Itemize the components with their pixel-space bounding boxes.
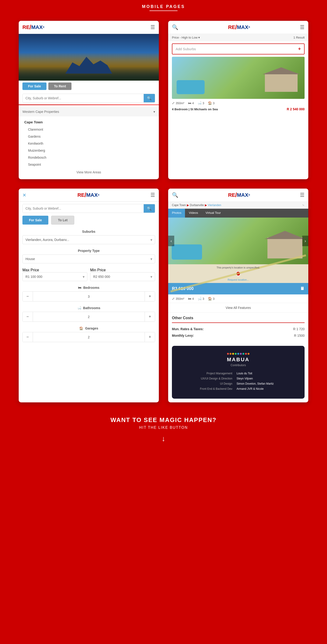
suburb-kenilworth[interactable]: Kenilworth — [19, 140, 159, 147]
gallery-house-shape — [268, 238, 303, 258]
garages-value: 2 — [33, 335, 145, 339]
dropdown-label: Western Cape Properties — [22, 110, 59, 114]
remax-logo-4: RE/MAX® — [228, 192, 250, 198]
gallery-next-button[interactable]: › — [302, 236, 308, 246]
view-more-areas[interactable]: View More Areas — [19, 168, 159, 176]
calculator-icon[interactable]: 🖩 — [300, 286, 305, 291]
property-description: 4 Bedroom | St Michaels on Sea — [172, 108, 218, 111]
bedrooms-section: 🛏 Bedrooms − 3 + — [19, 284, 159, 304]
suburbs-select-box: Vierlanden, Aurora, Durbanv... — [22, 235, 155, 244]
card3-navbar: ✕ RE/MAX® ☰ — [19, 188, 159, 202]
dot-7 — [243, 353, 244, 355]
property-type-select[interactable]: House — [22, 254, 155, 263]
contrib-role-1: UX/UI Design & Direction — [177, 376, 234, 381]
videos-tab[interactable]: Videos — [185, 209, 202, 218]
virtual-tour-tab[interactable]: Virtual Tour — [202, 209, 225, 218]
suburb-claremont[interactable]: Claremont — [19, 126, 159, 133]
area-city: Cape Town — [19, 118, 159, 126]
bedrooms-increment[interactable]: + — [145, 292, 155, 301]
bathrooms-decrement[interactable]: − — [23, 312, 33, 322]
contrib-row-3: Front End & Backend Dev Armand JVR & Nic… — [177, 386, 300, 391]
location-link[interactable]: Request location... — [228, 278, 249, 281]
map-section: This property's location is unspecified.… — [168, 264, 308, 283]
bathrooms-increment[interactable]: + — [145, 312, 155, 322]
contrib-name-3: Armand JVR & Nicole — [235, 386, 300, 391]
search-input-3[interactable] — [23, 204, 144, 213]
result-bar: Price - High to Low ▾ 1 Result — [168, 34, 308, 41]
price-row: Max Price R1 100 000 Min Price R2 650 00… — [19, 266, 159, 284]
to-let-btn[interactable]: To Let — [51, 216, 74, 224]
card1-navbar: RE/MAX® ☰ — [19, 21, 159, 34]
contrib-name-1: Steyn Viljoen — [235, 376, 300, 381]
close-icon[interactable]: ✕ — [22, 192, 26, 198]
to-rent-tab-1[interactable]: To Rent — [48, 82, 71, 90]
for-sale-btn[interactable]: For Sale — [22, 216, 48, 224]
bedrooms-value: 3 — [33, 295, 145, 298]
share-icon[interactable]: ⤷ — [302, 204, 305, 207]
search-icon-nav[interactable]: 🔍 — [172, 24, 178, 30]
stat-bathrooms: 🛁 3 — [198, 101, 204, 105]
cost-row-levy: Monthly Levy: R 1500 — [172, 332, 305, 339]
garages-decrement[interactable]: − — [23, 332, 33, 342]
suburb-gardens[interactable]: Gardens — [19, 133, 159, 140]
size-icon: ⤢ — [172, 101, 175, 105]
stat-size: ⤢ 350m² — [172, 101, 184, 105]
size-icon-detail: ⤢ — [172, 297, 175, 300]
contrib-role-2: UI Design — [177, 381, 234, 386]
suburb-muizenberg[interactable]: Muizenberg — [19, 147, 159, 154]
cost-value-rates: R 1 720 — [293, 327, 305, 331]
sort-label[interactable]: Price - High to Low ▾ — [172, 36, 200, 39]
search-icon-nav-4[interactable]: 🔍 — [172, 192, 178, 198]
contrib-row-1: UX/UI Design & Direction Steyn Viljoen — [177, 376, 300, 381]
crumb-durbanville[interactable]: Durbanville — [190, 204, 204, 207]
dropdown-arrow-icon: ▾ — [153, 110, 155, 114]
hamburger-icon-1[interactable]: ☰ — [150, 24, 155, 30]
dot-5 — [237, 353, 239, 355]
crumb-vierlanden[interactable]: Vierlanden — [208, 204, 221, 207]
search-button-1[interactable]: 🔍 — [144, 94, 155, 102]
suburbs-select[interactable]: Vierlanden, Aurora, Durbanv... — [22, 235, 155, 244]
hamburger-icon-4[interactable]: ☰ — [300, 192, 305, 198]
suburb-rondebosch[interactable]: Rondebosch — [19, 154, 159, 161]
min-price-select[interactable]: R2 650 000 — [90, 272, 155, 281]
for-sale-tab-1[interactable]: For Sale — [22, 82, 46, 90]
max-price-select[interactable]: R1 100 000 — [22, 272, 87, 281]
cost-value-levy: R 1500 — [294, 334, 305, 338]
search-bar-3: 🔍 — [22, 204, 155, 213]
breadcrumbs: Cape Town ▶ Durbanville ▶ Vierlanden — [172, 204, 221, 207]
header-title: MOBILE PAGES — [142, 4, 185, 9]
crumb-capetown[interactable]: Cape Town — [172, 204, 186, 207]
min-price-label: Min Price — [90, 268, 106, 272]
location-note: This property's location is unspecified. — [217, 266, 260, 269]
main-grid: RE/MAX® ☰ For Sale To Rent 🔍 Western Cap… — [0, 16, 327, 407]
area-dropdown[interactable]: Western Cape Properties ▾ — [19, 107, 159, 116]
hamburger-icon-3[interactable]: ☰ — [150, 192, 155, 198]
search-button-3[interactable]: 🔍 — [144, 204, 155, 213]
add-suburbs-field[interactable]: Add Suburbs + — [172, 44, 305, 54]
view-all-features-button[interactable]: View All Features — [226, 306, 251, 310]
mabua-title: MABUA — [177, 356, 300, 363]
contrib-role-3: Front End & Backend Dev — [177, 386, 234, 391]
dot-8 — [245, 353, 247, 355]
remax-logo-2: RE/MAX® — [228, 24, 250, 31]
property-detail-stats: ⤢ 350m² 🛏 4 🛁 3 🏠 3 — [168, 294, 308, 303]
property-stats-1: ⤢ 350m² 🛏 4 🛁 3 🏠 3 — [168, 99, 308, 106]
contrib-row-0: Project Management Louis du Toit — [177, 371, 300, 376]
cost-row-rates: Mun. Rates & Taxes: R 1 720 — [172, 326, 305, 332]
suburb-seapoint[interactable]: Seapoint — [19, 161, 159, 168]
dot-9 — [248, 353, 250, 355]
bedrooms-decrement[interactable]: − — [23, 292, 33, 301]
garages-increment[interactable]: + — [145, 332, 155, 342]
down-arrow-icon: ↓ — [5, 434, 322, 443]
bed-icon: 🛏 — [188, 101, 191, 105]
search-bar-1: 🔍 — [22, 94, 155, 102]
hamburger-icon-2[interactable]: ☰ — [300, 24, 305, 30]
cta-sub-text: HIT THE LIKE BUTTON — [5, 426, 322, 430]
cta-section: WANT TO SEE MAGIC HAPPEN? HIT THE LIKE B… — [0, 407, 327, 452]
search-input-1[interactable] — [23, 94, 144, 102]
max-price-label: Max Price — [22, 268, 39, 272]
property-info-1: 4 Bedroom | St Michaels on Sea R 2 540 0… — [168, 106, 308, 114]
gallery-prev-button[interactable]: ‹ — [168, 236, 174, 246]
photos-tab[interactable]: Photos — [168, 209, 185, 218]
header-underline — [149, 10, 178, 11]
